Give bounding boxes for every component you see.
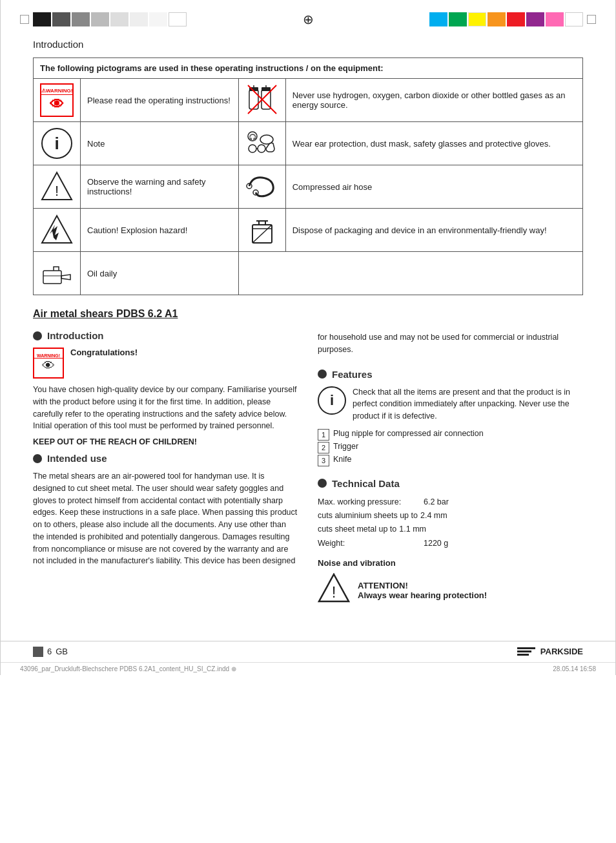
picto-cell-explosion	[34, 209, 81, 252]
svg-text:🎧: 🎧	[249, 133, 257, 141]
ppe-icon: 🎧	[245, 126, 279, 160]
introduction-heading: Introduction	[33, 330, 298, 341]
tech-row-4: Weight: 1220 g	[318, 537, 583, 550]
svg-rect-4	[262, 87, 271, 91]
bullet-circle-intro	[33, 331, 42, 340]
color-blocks-left	[33, 12, 187, 26]
list-item: 1 Plug nipple for compressed air connect…	[318, 429, 583, 441]
list-item: 2 Trigger	[318, 442, 583, 453]
picto-cell-recycle	[238, 209, 285, 252]
tech-label-1: Max. working pressure:	[318, 495, 421, 509]
picto-text-recycle: Dispose of packaging and device in an en…	[285, 209, 582, 252]
warning-hand-icon: 👁	[42, 359, 55, 373]
intended-use-body: The metal shears are an air-powered tool…	[33, 470, 298, 567]
tech-value-3: 1.1 mm	[399, 523, 426, 536]
tech-row-3: cuts sheet metal up to 1.1 mm	[318, 523, 583, 536]
svg-marker-18	[42, 216, 72, 243]
tech-label-4: Weight:	[318, 537, 421, 550]
parkside-bars-icon	[517, 647, 535, 656]
compressed-air-hose-icon	[245, 169, 279, 203]
oil-daily-icon	[40, 256, 74, 289]
intended-use-heading: Intended use	[33, 453, 298, 464]
warning-read-icon: ⚠WARNING! 👁	[40, 83, 74, 117]
table-row: i Note 🎧	[34, 122, 583, 165]
keep-out-label: KEEP OUT OF THE REACH OF CHILDREN!	[33, 437, 298, 446]
picto-cell-hose	[238, 165, 285, 209]
bar-3	[517, 654, 529, 656]
tech-label-2: cuts aluminium sheets up to	[318, 509, 418, 523]
pictogram-table-header: The following pictograms are used in the…	[34, 58, 583, 79]
note-icon: i	[41, 128, 72, 159]
color-blocks-right	[429, 12, 583, 26]
picto-text-note: Note	[81, 122, 239, 165]
svg-point-11	[249, 145, 256, 152]
bar-2	[517, 650, 531, 652]
item-number-2: 2	[318, 442, 329, 453]
tech-row-2: cuts aluminium sheets up to 2.4 mm	[318, 509, 583, 523]
page-num-box	[33, 647, 43, 657]
footer-filename: 43096_par_Druckluft-Blechschere PDBS 6.2…	[20, 665, 236, 672]
features-list: 1 Plug nipple for compressed air connect…	[318, 429, 583, 466]
picto-text-gas: Never use hydrogen, oxygen, carbon dioxi…	[285, 79, 582, 122]
tech-value-1: 6.2 bar	[424, 495, 449, 509]
intro-body-text: You have chosen high-quality device by o…	[33, 384, 298, 432]
top-registration-bar: ⊕	[1, 0, 615, 36]
svg-rect-0	[249, 90, 258, 109]
intended-use-heading-text: Intended use	[47, 453, 107, 464]
svg-rect-25	[43, 271, 61, 284]
list-item: 3 Knife	[318, 455, 583, 466]
bullet-circle-features	[318, 369, 327, 379]
page-number-block: 6 GB	[33, 647, 68, 657]
attention-title: ATTENTION!	[358, 581, 487, 590]
bullet-circle-intended	[33, 454, 42, 463]
tech-row-1: Max. working pressure: 6.2 bar	[318, 495, 583, 509]
bullet-circle-technical	[318, 479, 327, 488]
crosshair-center: ⊕	[303, 12, 314, 27]
noise-heading: Noise and vibration	[318, 558, 583, 568]
intro-warning-icon: WARNING! 👁	[33, 348, 64, 379]
picto-text-read: Please read the operating instructions!	[81, 79, 239, 122]
picto-cell-gas	[238, 79, 285, 122]
features-heading: Features	[318, 369, 583, 380]
page-number: 6	[47, 647, 52, 656]
technical-data-block: Max. working pressure: 6.2 bar cuts alum…	[318, 495, 583, 550]
tech-value-4: 1220 g	[424, 537, 448, 550]
picto-empty-cell	[238, 252, 582, 295]
picto-cell-warning-read: ⚠WARNING! 👁	[34, 79, 81, 122]
footer-line: 43096_par_Druckluft-Blechschere PDBS 6.2…	[1, 662, 615, 675]
picto-text-explosion: Caution! Explosion hazard!	[81, 209, 239, 252]
product-title: Air metal shears PDBS 6.2 A1	[33, 308, 298, 320]
technical-data-heading-text: Technical Data	[332, 478, 400, 489]
gas-bottles-icon	[245, 83, 279, 116]
features-note-box: i Check that all the items are present a…	[318, 386, 583, 422]
item-number-3: 3	[318, 455, 329, 466]
features-note-text: Check that all the items are present and…	[353, 386, 583, 422]
left-column: Air metal shears PDBS 6.2 A1 Introductio…	[33, 308, 298, 609]
explosion-hazard-icon	[40, 213, 74, 246]
warning-label: WARNING!	[34, 353, 63, 359]
svg-line-24	[252, 225, 272, 243]
parkside-logo-text: PARKSIDE	[540, 647, 583, 656]
bar-1	[517, 647, 535, 649]
product-subtext: for household use and may not be used fo…	[318, 331, 583, 356]
picto-text-ppe: Wear ear protection, dust mask, safety g…	[285, 122, 582, 165]
pictogram-table: The following pictograms are used in the…	[33, 57, 583, 295]
features-heading-text: Features	[332, 369, 373, 380]
picto-cell-triangle: !	[34, 165, 81, 209]
right-column: for household use and may not be used fo…	[318, 308, 583, 609]
intro-warning-block: WARNING! 👁 Congratulations!	[33, 348, 298, 379]
picto-text-triangle: Observe the warning and safety instructi…	[81, 165, 239, 209]
picto-cell-oil	[34, 252, 81, 295]
svg-text:!: !	[55, 183, 59, 199]
technical-data-heading: Technical Data	[318, 478, 583, 489]
tech-label-3: cuts sheet metal up to	[318, 523, 396, 536]
picto-cell-ppe: 🎧	[238, 122, 285, 165]
picto-text-oil: Oil daily	[81, 252, 239, 295]
locale-label: GB	[56, 647, 68, 656]
parkside-logo: PARKSIDE	[517, 647, 583, 656]
table-row: ! Observe the warning and safety instruc…	[34, 165, 583, 209]
svg-point-12	[258, 145, 265, 152]
attention-text-block: ATTENTION! Always wear hearing protectio…	[358, 581, 487, 600]
table-row: Oil daily	[34, 252, 583, 295]
bottom-bar: 6 GB PARKSIDE	[1, 641, 615, 662]
